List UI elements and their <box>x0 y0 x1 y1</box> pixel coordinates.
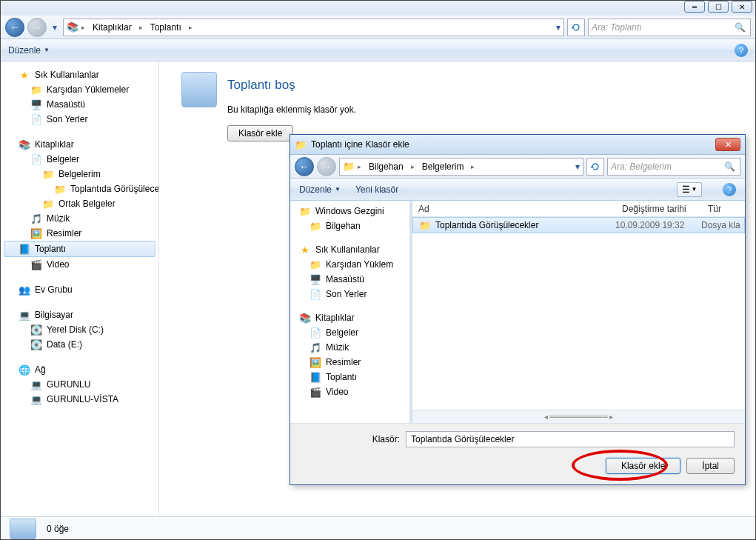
sidebar-item-mydocs[interactable]: 📁Belgelerim <box>4 167 155 181</box>
dialog-breadcrumb-bar[interactable]: 📁 ▸ Bilgehan ▸ Belgelerim ▸ ▾ <box>339 158 583 176</box>
new-folder-button[interactable]: Yeni klasör <box>355 184 398 195</box>
search-placeholder: Ara: Belgelerim <box>611 161 672 172</box>
star-icon: ★ <box>299 244 311 256</box>
sidebar-item-net-1[interactable]: 💻GURUNLU <box>4 377 155 392</box>
dlg-nav-downloads[interactable]: 📁Karşıdan Yüklem <box>290 257 409 272</box>
chevron-right-icon: ▸ <box>358 163 361 170</box>
network-group[interactable]: 🌐Ağ <box>4 362 155 377</box>
refresh-button[interactable] <box>567 19 585 36</box>
label: Kitaplıklar <box>315 313 355 323</box>
homegroup[interactable]: 👥Ev Grubu <box>4 282 155 297</box>
sidebar-item-documents[interactable]: 📄Belgeler <box>4 152 155 167</box>
libraries-group[interactable]: 📚Kitaplıklar <box>4 137 155 152</box>
breadcrumb-dropdown-icon[interactable]: ▾ <box>575 161 580 172</box>
minimize-button[interactable]: ━ <box>684 1 705 13</box>
dlg-nav-video[interactable]: 🎬Video <box>290 384 409 399</box>
sidebar-item-meeting-items[interactable]: 📁Toplantıda Görüşülecekler <box>4 181 155 196</box>
sidebar-item-meeting[interactable]: 📘Toplantı <box>4 241 155 257</box>
label: Video <box>326 387 348 397</box>
search-icon: 🔍 <box>735 22 746 33</box>
dlg-nav-pictures[interactable]: 🖼️Resimler <box>290 355 409 370</box>
label: Sık Kullanılanlar <box>315 244 380 255</box>
label: Müzik <box>47 213 70 224</box>
favorites-group[interactable]: ★Sık Kullanılanlar <box>4 67 155 82</box>
breadcrumb-user[interactable]: Bilgehan <box>364 160 408 173</box>
organize-menu[interactable]: Düzenle ▼ <box>8 45 50 56</box>
sidebar-item-recent[interactable]: 📄Son Yerler <box>4 112 155 127</box>
sidebar-item-pictures[interactable]: 🖼️Resimler <box>4 226 155 241</box>
dialog-close-button[interactable]: ✕ <box>715 138 740 151</box>
breadcrumb-dropdown-icon[interactable]: ▾ <box>556 22 561 33</box>
cancel-button[interactable]: İptal <box>686 458 735 474</box>
chevron-down-icon: ▼ <box>44 47 50 53</box>
search-icon: 🔍 <box>724 161 735 172</box>
breadcrumb-bar[interactable]: 📚 ▸ Kitaplıklar ▸ Toplantı ▸ ▾ <box>63 19 564 36</box>
list-header[interactable]: Ad Değiştirme tarihi Tür <box>412 201 745 217</box>
sidebar-item-desktop[interactable]: 🖥️Masaüstü <box>4 97 155 112</box>
dlg-nav-meeting[interactable]: 📘Toplantı <box>290 370 409 384</box>
folder-icon: 📁 <box>30 84 42 96</box>
forward-button[interactable]: → <box>27 18 47 37</box>
label: Son Yerler <box>326 289 367 299</box>
maximize-button[interactable]: ☐ <box>708 1 729 13</box>
view-mode-button[interactable]: ☰▼ <box>677 182 702 197</box>
sidebar-item-drive-e[interactable]: 💽Data (E:) <box>4 337 155 352</box>
file-name: Toplantıda Görüşülecekler <box>435 220 615 230</box>
label: Bilgehan <box>326 221 361 231</box>
sidebar-item-drive-c[interactable]: 💽Yerel Disk (C:) <box>4 322 155 337</box>
dialog-search-input[interactable]: Ara: Belgelerim 🔍 <box>607 158 740 176</box>
sidebar-item-publicdocs[interactable]: 📁Ortak Belgeler <box>4 196 155 211</box>
dlg-nav-user[interactable]: 📁Bilgehan <box>290 219 409 233</box>
label: Ev Grubu <box>35 284 73 295</box>
label: Yerel Disk (C:) <box>47 324 104 335</box>
add-folder-confirm-button[interactable]: Klasör ekle <box>606 458 680 474</box>
label: Data (E:) <box>47 339 82 350</box>
close-button[interactable]: ✕ <box>732 1 752 13</box>
folder-icon: 📁 <box>295 139 307 150</box>
dlg-nav-libraries[interactable]: 📚Kitaplıklar <box>290 310 409 325</box>
library-large-icon <box>181 72 217 107</box>
dialog-titlebar: 📁 Toplantı içine Klasör ekle ✕ <box>290 135 745 155</box>
file-row[interactable]: 📁 Toplantıda Görüşülecekler 10.09.2009 1… <box>412 217 745 233</box>
library-icon: 📚 <box>299 312 311 324</box>
back-button[interactable]: ← <box>5 18 24 37</box>
dlg-nav-music[interactable]: 🎵Müzik <box>290 340 409 355</box>
computer-icon: 💻 <box>19 309 30 321</box>
drive-icon: 💽 <box>30 324 42 336</box>
dlg-nav-explorer[interactable]: 📁Windows Gezgini <box>290 204 409 219</box>
list-icon: ☰ <box>682 184 690 195</box>
sidebar-item-video[interactable]: 🎬Video <box>4 257 155 272</box>
dialog-forward-button[interactable]: → <box>317 157 336 176</box>
dlg-nav-desktop[interactable]: 🖥️Masaüstü <box>290 272 409 287</box>
sidebar-item-downloads[interactable]: 📁Karşıdan Yüklemeler <box>4 82 155 97</box>
breadcrumb-meeting[interactable]: Toplantı <box>146 21 186 34</box>
dlg-nav-docs[interactable]: 📄Belgeler <box>290 325 409 340</box>
breadcrumb-libraries[interactable]: Kitaplıklar <box>88 21 136 34</box>
computer-group[interactable]: 💻Bilgisayar <box>4 307 155 322</box>
library-title: Toplantı boş <box>227 78 733 93</box>
status-bar: 0 öğe <box>1 516 755 540</box>
col-date[interactable]: Değiştirme tarihi <box>616 204 702 214</box>
dlg-nav-favorites[interactable]: ★Sık Kullanılanlar <box>290 242 409 257</box>
organize-label: Düzenle <box>8 45 41 56</box>
history-dropdown[interactable]: ▾ <box>50 22 60 33</box>
breadcrumb-mydocs[interactable]: Belgelerim <box>418 160 469 173</box>
label: Video <box>47 259 69 270</box>
dialog-organize-menu[interactable]: Düzenle ▼ <box>299 184 341 195</box>
add-folder-button[interactable]: Klasör ekle <box>227 125 293 141</box>
music-icon: 🎵 <box>30 213 42 224</box>
dialog-refresh-button[interactable] <box>586 158 604 176</box>
sidebar-item-net-2[interactable]: 💻GURUNLU-VİSTA <box>4 392 155 407</box>
col-name[interactable]: Ad <box>412 204 616 214</box>
documents-icon: 📄 <box>310 327 321 339</box>
sidebar-item-music[interactable]: 🎵Müzik <box>4 211 155 226</box>
search-input[interactable]: Ara: Toplantı 🔍 <box>588 19 751 36</box>
col-type[interactable]: Tür <box>702 204 745 214</box>
help-button[interactable]: ? <box>735 44 748 57</box>
dialog-back-button[interactable]: ← <box>295 157 314 176</box>
label: Son Yerler <box>47 114 87 124</box>
dialog-help-button[interactable]: ? <box>723 183 736 196</box>
dlg-nav-recent[interactable]: 📄Son Yerler <box>290 287 409 301</box>
folder-name-input[interactable]: Toplantıda Görüşülecekler <box>406 431 735 447</box>
horizontal-scrollbar[interactable]: ◂ ═══════════ ▸ <box>412 410 745 423</box>
